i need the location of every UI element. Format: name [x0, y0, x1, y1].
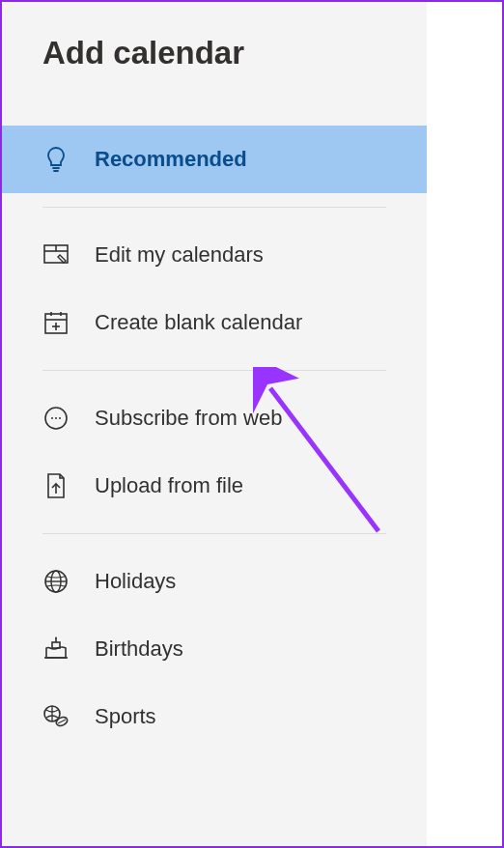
menu-item-label: Recommended [95, 147, 247, 172]
divider [42, 207, 386, 208]
menu-item-label: Create blank calendar [95, 310, 302, 335]
menu-item-label: Holidays [95, 569, 176, 594]
sports-icon [42, 703, 70, 730]
menu-list: Recommended Edit my calendars [2, 126, 427, 750]
menu-item-edit-calendars[interactable]: Edit my calendars [2, 221, 427, 289]
edit-calendar-icon [42, 241, 70, 269]
menu-item-label: Sports [95, 704, 156, 729]
menu-item-create-blank[interactable]: Create blank calendar [2, 289, 427, 356]
menu-item-label: Birthdays [95, 636, 183, 662]
svg-point-12 [59, 417, 61, 419]
menu-item-birthdays[interactable]: Birthdays [2, 615, 427, 683]
file-upload-icon [42, 472, 70, 499]
svg-line-24 [58, 720, 66, 723]
menu-item-subscribe-web[interactable]: Subscribe from web [2, 384, 427, 452]
menu-item-sports[interactable]: Sports [2, 683, 427, 750]
add-calendar-icon [42, 309, 70, 336]
menu-item-holidays[interactable]: Holidays [2, 548, 427, 615]
svg-point-18 [55, 637, 57, 639]
menu-item-upload-file[interactable]: Upload from file [2, 452, 427, 520]
menu-item-label: Edit my calendars [95, 242, 264, 268]
web-subscribe-icon [42, 405, 70, 432]
add-calendar-panel: Add calendar Recommended Edit my calenda… [2, 2, 427, 846]
svg-point-11 [55, 417, 57, 419]
cake-icon [42, 636, 70, 663]
divider [42, 370, 386, 371]
panel-title: Add calendar [2, 2, 427, 71]
menu-item-label: Subscribe from web [95, 406, 282, 431]
menu-item-label: Upload from file [95, 473, 243, 498]
menu-item-recommended[interactable]: Recommended [2, 126, 427, 193]
globe-icon [42, 568, 70, 595]
svg-point-10 [51, 417, 53, 419]
divider [42, 533, 386, 534]
lightbulb-icon [42, 146, 70, 173]
